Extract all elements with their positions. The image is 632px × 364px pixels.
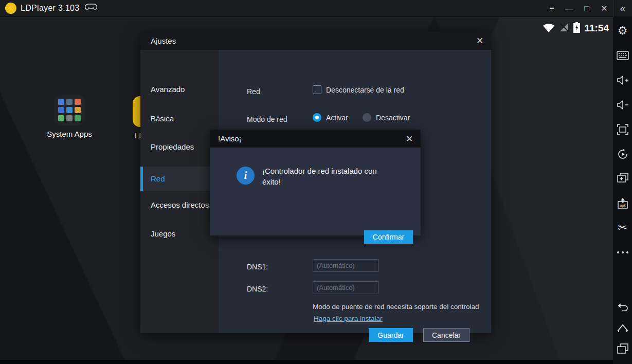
battery-charging-icon [573,22,580,35]
dns2-input[interactable] [313,281,378,294]
keyboard-icon[interactable] [613,47,632,64]
system-apps-folder-icon [54,95,85,125]
network-label: Red [247,87,260,96]
fullscreen-icon[interactable] [613,121,632,138]
alert-close-icon[interactable]: ✕ [398,130,421,148]
wifi-icon [543,23,555,34]
gear-icon[interactable]: ⚙ [613,22,632,40]
deactivate-label: Desactivar [376,114,410,122]
nav-item-juegos[interactable]: Juegos [140,222,219,246]
network-mode-label: Modo de red [247,115,287,123]
nav-item-basica[interactable]: Básica [140,106,219,131]
activate-radio[interactable] [313,113,321,122]
settings-close-icon[interactable]: ✕ [468,31,491,50]
minimize-button[interactable]: — [561,0,578,17]
dns1-input[interactable] [313,259,378,272]
alert-message: ¡Controlador de red instalado con éxito! [262,166,392,187]
app-system-apps[interactable]: System Apps [44,95,95,138]
deactivate-radio[interactable] [363,113,371,122]
dns1-label: DNS1: [247,263,268,271]
alert-dialog-title: !Aviso¡ [218,134,242,143]
svg-text:apk: apk [620,204,626,208]
settings-nav: Avanzado Básica Propiedades Red Accesos … [140,50,219,333]
home-icon[interactable] [613,319,632,337]
app-label: System Apps [44,130,95,138]
volume-up-icon[interactable] [613,71,632,89]
install-apk-icon[interactable]: apk [613,194,632,212]
nav-item-red[interactable]: Red [140,167,219,191]
sync-icon[interactable] [613,145,632,163]
volume-down-icon[interactable] [613,96,632,114]
maximize-button[interactable]: □ [578,0,595,17]
close-button[interactable]: ✕ [595,0,613,17]
info-icon: i [237,167,255,185]
window-titlebar: ⚡ LDPlayer 3.103 ≡ — □ ✕ « [0,0,632,17]
nav-item-avanzado[interactable]: Avanzado [140,77,219,101]
install-driver-link[interactable]: Haga clic para instalar [314,315,383,322]
settings-dialog-title: Ajustes [151,37,176,45]
window-title: LDPlayer 3.103 [21,4,80,13]
android-navbar [0,360,613,364]
cancel-button[interactable]: Cancelar [423,328,470,342]
dns2-label: DNS2: [247,285,268,293]
clock: 11:54 [584,23,609,34]
confirm-button[interactable]: Confirmar [364,230,413,244]
gamepad-icon[interactable] [85,3,97,14]
recents-icon[interactable] [613,340,632,357]
back-icon[interactable] [613,299,632,316]
status-bar: 11:54 [543,21,609,36]
screenshot-scissors-icon[interactable]: ✂ [613,219,632,236]
nav-item-accesos-directos[interactable]: Accesos directos [140,193,219,217]
activate-label: Activar [326,114,348,122]
ldplayer-logo-icon: ⚡ [5,3,16,14]
save-button[interactable]: Guardar [369,328,413,342]
more-dots-icon[interactable] [613,244,632,261]
disconnect-checkbox[interactable] [313,85,321,94]
collapse-toolbar-button[interactable]: « [613,0,632,17]
alert-dialog: !Aviso¡ ✕ i ¡Controlador de red instalad… [210,130,421,235]
alert-dialog-body: i ¡Controlador de red instalado con éxit… [210,148,421,235]
alert-dialog-header[interactable]: !Aviso¡ ✕ [210,130,421,148]
nav-item-propiedades[interactable]: Propiedades [140,135,219,159]
settings-dialog-header[interactable]: Ajustes ✕ [140,31,491,50]
add-window-icon[interactable] [613,170,632,187]
side-toolbar: ⚙ apk ✂ [613,17,632,364]
no-signal-icon [559,23,569,34]
menu-button[interactable]: ≡ [543,0,561,17]
disconnect-label: Desconectarse de la red [326,86,404,94]
bridge-mode-note: Modo de puente de red necesita soporte d… [313,303,479,311]
